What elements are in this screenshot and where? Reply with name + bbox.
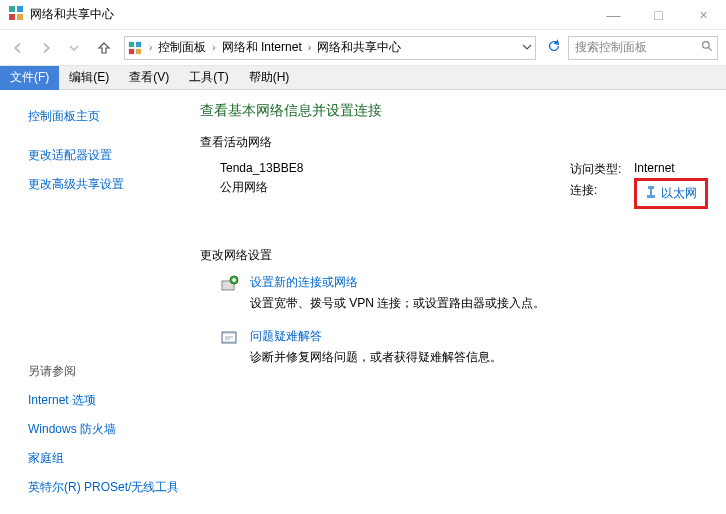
network-center-icon [8, 5, 24, 24]
breadcrumb-item[interactable]: 控制面板 [156, 39, 208, 56]
breadcrumb-item[interactable]: 网络和共享中心 [315, 39, 403, 56]
menu-bar: 文件(F) 编辑(E) 查看(V) 工具(T) 帮助(H) [0, 66, 726, 90]
setup-connection-title: 设置新的连接或网络 [250, 274, 545, 291]
section-change-settings: 更改网络设置 [200, 247, 708, 264]
svg-rect-10 [648, 186, 654, 189]
menu-tools[interactable]: 工具(T) [179, 66, 238, 90]
close-button[interactable]: × [681, 0, 726, 30]
svg-rect-4 [129, 41, 134, 46]
setup-connection-desc: 设置宽带、拨号或 VPN 连接；或设置路由器或接入点。 [250, 295, 545, 312]
setup-new-connection[interactable]: 设置新的连接或网络 设置宽带、拨号或 VPN 连接；或设置路由器或接入点。 [220, 274, 708, 312]
svg-rect-2 [9, 14, 15, 20]
connection-label: 连接: [570, 182, 634, 209]
breadcrumb-dropdown[interactable] [517, 41, 535, 55]
menu-file[interactable]: 文件(F) [0, 66, 59, 90]
menu-help[interactable]: 帮助(H) [239, 66, 300, 90]
section-active-networks: 查看活动网络 [200, 134, 708, 151]
title-bar: 网络和共享中心 — □ × [0, 0, 726, 30]
page-title: 查看基本网络信息并设置连接 [200, 102, 708, 120]
breadcrumb[interactable]: › 控制面板 › 网络和 Internet › 网络和共享中心 [124, 36, 536, 60]
change-settings-list: 设置新的连接或网络 设置宽带、拨号或 VPN 连接；或设置路由器或接入点。 问题… [220, 274, 708, 366]
access-type-value: Internet [634, 161, 675, 178]
network-type: 公用网络 [220, 179, 420, 196]
search-placeholder: 搜索控制面板 [569, 39, 697, 56]
svg-rect-1 [17, 6, 23, 12]
nav-bar: › 控制面板 › 网络和 Internet › 网络和共享中心 搜索控制面板 [0, 30, 726, 66]
maximize-button[interactable]: □ [636, 0, 681, 30]
sidebar-advanced-sharing[interactable]: 更改高级共享设置 [28, 170, 200, 199]
menu-view[interactable]: 查看(V) [119, 66, 179, 90]
troubleshoot[interactable]: 问题疑难解答 诊断并修复网络问题，或者获得疑难解答信息。 [220, 328, 708, 366]
svg-rect-5 [136, 41, 141, 46]
sidebar: 控制面板主页 更改适配器设置 更改高级共享设置 另请参阅 Internet 选项… [0, 90, 200, 514]
ethernet-icon [645, 185, 657, 202]
sidebar-internet-options[interactable]: Internet 选项 [28, 386, 200, 415]
content: 查看基本网络信息并设置连接 查看活动网络 Tenda_13BBE8 公用网络 访… [200, 90, 726, 514]
ethernet-highlight: 以太网 [634, 178, 708, 209]
chevron-right-icon[interactable]: › [304, 42, 315, 53]
network-name: Tenda_13BBE8 [220, 161, 420, 175]
recent-dropdown[interactable] [60, 34, 88, 62]
refresh-button[interactable] [540, 39, 568, 56]
network-center-icon [125, 41, 145, 55]
troubleshoot-icon [220, 329, 240, 349]
back-button[interactable] [4, 34, 32, 62]
search-input[interactable]: 搜索控制面板 [568, 36, 718, 60]
sidebar-see-also: 另请参阅 [28, 357, 200, 386]
sidebar-adapter-settings[interactable]: 更改适配器设置 [28, 141, 200, 170]
search-icon [697, 40, 717, 56]
svg-rect-11 [650, 189, 652, 195]
sidebar-firewall[interactable]: Windows 防火墙 [28, 415, 200, 444]
connection-link[interactable]: 以太网 [661, 185, 697, 202]
svg-rect-12 [647, 195, 655, 198]
svg-rect-7 [136, 48, 141, 53]
sidebar-homegroup[interactable]: 家庭组 [28, 444, 200, 473]
window-title: 网络和共享中心 [30, 6, 114, 23]
window-controls: — □ × [591, 0, 726, 30]
sidebar-home[interactable]: 控制面板主页 [28, 102, 200, 131]
minimize-button[interactable]: — [591, 0, 636, 30]
troubleshoot-desc: 诊断并修复网络问题，或者获得疑难解答信息。 [250, 349, 502, 366]
main: 控制面板主页 更改适配器设置 更改高级共享设置 另请参阅 Internet 选项… [0, 90, 726, 514]
troubleshoot-title: 问题疑难解答 [250, 328, 502, 345]
sidebar-intel-proset[interactable]: 英特尔(R) PROSet/无线工具 [28, 473, 200, 502]
breadcrumb-item[interactable]: 网络和 Internet [220, 39, 304, 56]
svg-point-8 [702, 41, 709, 48]
chevron-right-icon[interactable]: › [145, 42, 156, 53]
up-button[interactable] [90, 34, 118, 62]
forward-button[interactable] [32, 34, 60, 62]
chevron-right-icon[interactable]: › [208, 42, 219, 53]
access-type-label: 访问类型: [570, 161, 634, 178]
svg-rect-3 [17, 14, 23, 20]
svg-line-9 [708, 47, 711, 50]
menu-edit[interactable]: 编辑(E) [59, 66, 119, 90]
svg-rect-6 [129, 48, 134, 53]
active-network: Tenda_13BBE8 公用网络 访问类型: Internet 连接: 以太网 [220, 161, 708, 213]
setup-connection-icon [220, 275, 240, 295]
svg-rect-0 [9, 6, 15, 12]
